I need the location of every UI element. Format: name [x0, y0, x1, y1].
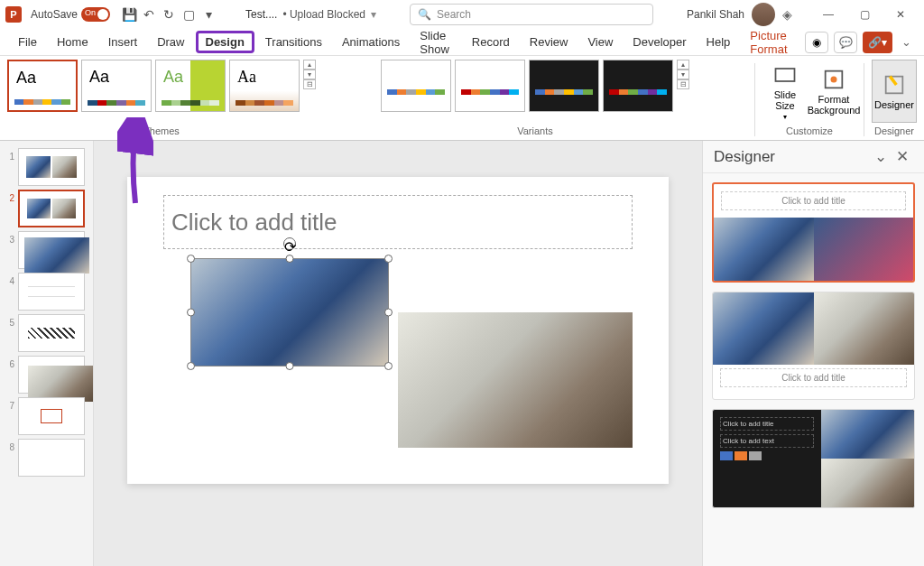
resize-handle[interactable] [187, 255, 195, 263]
save-icon[interactable]: 💾 [119, 5, 139, 24]
close-button[interactable]: ✕ [882, 2, 919, 27]
main-area: 1 2 3 4 5 6 7 8 Click to add title ⟳ [0, 141, 924, 566]
ribbon: Aa Aa Aa Aa ▴▾⊟ Themes [0, 56, 924, 141]
svg-point-2 [831, 77, 837, 83]
user-name[interactable]: Pankil Shah [687, 8, 744, 21]
svg-rect-3 [886, 77, 903, 94]
tab-picture-format[interactable]: Picture Format [741, 24, 801, 60]
powerpoint-icon: P [5, 6, 22, 23]
design-idea-2[interactable]: Click to add title [712, 292, 915, 400]
upload-status[interactable]: • Upload Blocked [282, 8, 365, 21]
theme-3[interactable]: Aa [155, 60, 226, 112]
rotate-handle[interactable]: ⟳ [283, 237, 296, 250]
diamond-icon[interactable]: ◈ [782, 7, 792, 22]
search-placeholder: Search [437, 8, 471, 21]
ribbon-tabs: File Home Insert Draw Design Transitions… [0, 29, 924, 56]
redo-icon[interactable]: ↻ [159, 5, 179, 24]
resize-handle[interactable] [286, 362, 294, 370]
filename[interactable]: Test.... [245, 8, 277, 21]
designer-button[interactable]: Designer [872, 60, 917, 123]
variant-2[interactable] [455, 60, 525, 112]
tab-design[interactable]: Design [196, 31, 254, 53]
share-button[interactable]: 🔗▾ [863, 32, 892, 53]
thumb-1[interactable] [18, 148, 85, 186]
design-idea-1[interactable]: Click to add title [712, 182, 915, 283]
designer-group: Designer Designer [872, 60, 917, 140]
theme-4[interactable]: Aa [229, 60, 300, 112]
tab-view[interactable]: View [578, 31, 622, 53]
resize-handle[interactable] [187, 362, 195, 370]
search-icon: 🔍 [418, 8, 431, 21]
variants-group: ▴▾⊟ Variants [323, 60, 747, 140]
maximize-button[interactable]: ▢ [846, 2, 882, 27]
theme-2[interactable]: Aa [81, 60, 152, 112]
title-placeholder[interactable]: Click to add title [163, 195, 633, 249]
thumb-7[interactable] [18, 397, 85, 435]
variant-3[interactable] [529, 60, 599, 112]
search-input[interactable]: 🔍 Search [410, 4, 653, 25]
thumb-8[interactable] [18, 439, 85, 477]
designer-close-icon[interactable]: ✕ [892, 146, 913, 168]
format-background-button[interactable]: Format Background [811, 60, 856, 123]
qat-dropdown-icon[interactable]: ▾ [199, 5, 218, 24]
designer-header: Designer ⌄ ✕ [703, 141, 924, 173]
tab-help[interactable]: Help [698, 31, 740, 53]
designer-options-icon[interactable]: ⌄ [870, 146, 892, 168]
tab-record[interactable]: Record [463, 31, 519, 53]
designer-pane: Designer ⌄ ✕ Click to add title Click to… [702, 141, 924, 566]
thumb-2[interactable] [18, 190, 85, 227]
slide[interactable]: Click to add title ⟳ [127, 177, 669, 484]
svg-rect-0 [776, 69, 795, 81]
resize-handle[interactable] [384, 255, 393, 263]
slide-size-button[interactable]: Slide Size ▾ [762, 60, 808, 123]
comments-button[interactable]: 💬 [834, 32, 857, 53]
customize-group: Slide Size ▾ Format Background Customize [762, 60, 856, 140]
autosave-label: AutoSave [31, 8, 78, 21]
record-button[interactable]: ◉ [805, 32, 828, 53]
avatar[interactable] [752, 3, 775, 26]
customize-label: Customize [786, 124, 833, 140]
designer-suggestions[interactable]: Click to add title Click to add title Cl… [703, 173, 924, 566]
autosave-toggle[interactable]: AutoSave On [31, 7, 110, 22]
tab-file[interactable]: File [9, 31, 46, 53]
variants-label: Variants [517, 124, 553, 140]
tab-home[interactable]: Home [48, 31, 97, 53]
slideshow-icon[interactable]: ▢ [179, 5, 199, 24]
designer-title: Designer [714, 148, 775, 166]
variant-4[interactable] [603, 60, 673, 112]
selected-image[interactable]: ⟳ [190, 258, 389, 367]
thumb-3[interactable] [18, 231, 85, 269]
variant-1[interactable] [381, 60, 451, 112]
resize-handle[interactable] [286, 255, 294, 263]
tab-developer[interactable]: Developer [624, 31, 695, 53]
thumb-5[interactable] [18, 314, 85, 352]
themes-group: Aa Aa Aa Aa ▴▾⊟ Themes [7, 60, 316, 140]
theme-office[interactable]: Aa [7, 60, 78, 112]
slide-canvas[interactable]: Click to add title ⟳ [94, 141, 702, 566]
variants-spinner[interactable]: ▴▾⊟ [677, 60, 689, 89]
minimize-button[interactable]: — [810, 2, 846, 27]
thumb-6[interactable] [18, 356, 85, 394]
tab-insert[interactable]: Insert [99, 31, 147, 53]
undo-icon[interactable]: ↶ [139, 5, 159, 24]
resize-handle[interactable] [384, 362, 393, 370]
design-idea-3[interactable]: Click to add title Click to add text [712, 409, 915, 508]
collapse-ribbon-icon[interactable]: ⌄ [898, 35, 915, 49]
image-2[interactable] [398, 312, 633, 448]
themes-spinner[interactable]: ▴▾⊟ [303, 60, 316, 89]
tab-transitions[interactable]: Transitions [256, 31, 331, 53]
resize-handle[interactable] [384, 309, 393, 317]
thumb-4[interactable] [18, 273, 85, 311]
toggle-switch[interactable]: On [81, 7, 110, 22]
tab-slideshow[interactable]: Slide Show [411, 24, 461, 60]
slide-thumbnails[interactable]: 1 2 3 4 5 6 7 8 [0, 141, 94, 566]
designer-group-label: Designer [874, 124, 914, 140]
tab-draw[interactable]: Draw [148, 31, 193, 53]
themes-label: Themes [143, 124, 180, 140]
tab-review[interactable]: Review [521, 31, 578, 53]
resize-handle[interactable] [187, 309, 195, 317]
tab-animations[interactable]: Animations [333, 31, 409, 53]
